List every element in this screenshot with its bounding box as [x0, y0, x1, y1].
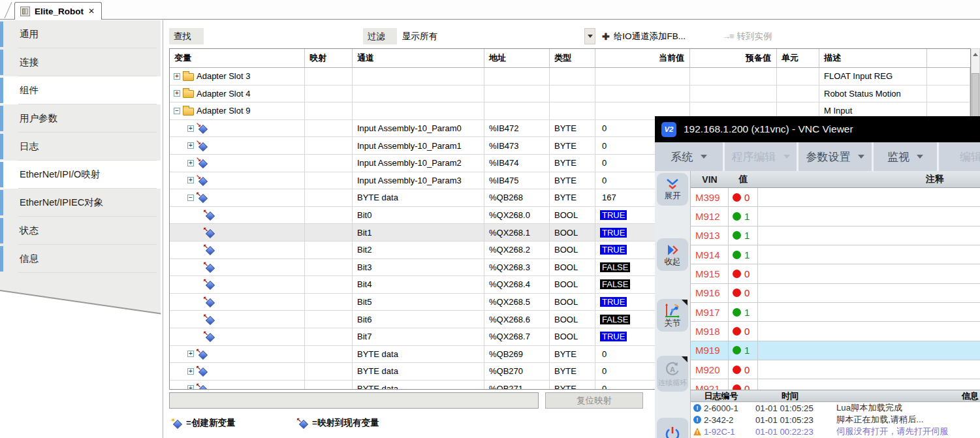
robot-joint-icon — [664, 303, 681, 319]
sidebar-item-label: EtherNet/IPI/O映射 — [20, 168, 100, 181]
expand-toggle[interactable] — [174, 108, 180, 114]
joint-button[interactable]: 关节 — [657, 299, 688, 332]
filter-dropdown[interactable]: 显示所有 — [397, 28, 584, 44]
vin-row[interactable]: M916 0 — [691, 284, 980, 303]
menu-system[interactable]: 系统 — [655, 142, 723, 171]
sidebar-item[interactable]: 日志 — [0, 133, 161, 161]
expand-toggle[interactable] — [187, 385, 194, 389]
vin-row[interactable]: M918 0 — [691, 322, 980, 341]
column-header-description[interactable]: 描述 — [819, 49, 927, 67]
create-new-variable-icon — [171, 418, 182, 428]
sidebar-item[interactable]: 状态 — [0, 217, 161, 245]
collapse-button[interactable]: 收起 — [657, 238, 688, 271]
sidebar-item[interactable]: 通用 — [0, 20, 161, 48]
vin-row[interactable]: M399 0 — [691, 188, 980, 207]
sidebar-item[interactable]: 连接 — [0, 48, 161, 76]
vin-value-cell: 1 — [729, 245, 758, 264]
expand-toggle[interactable] — [174, 90, 180, 97]
expand-toggle[interactable] — [187, 195, 194, 201]
prepared-value-cell[interactable] — [690, 86, 777, 103]
expand-toggle[interactable] — [187, 160, 194, 166]
chevron-down-icon — [588, 35, 593, 38]
vin-row[interactable]: M912 1 — [691, 207, 980, 226]
add-fb-button[interactable]: ✚ 给IO通道添加FB... — [602, 28, 686, 44]
value-number: 1 — [744, 307, 750, 318]
sidebar-item-label: 用户参数 — [20, 112, 57, 125]
filter-dropdown-arrow[interactable] — [584, 28, 595, 44]
column-header-prepared-value[interactable]: 预备值 — [690, 49, 777, 67]
spacer-cell — [927, 68, 970, 86]
log-message: 脚本正在加载,请稍后... — [829, 414, 980, 426]
log-row[interactable]: 1-92C-1 01-01 00:22:23 伺服没有打开，请先打开伺服 — [691, 426, 980, 437]
vin-row[interactable]: M917 1 — [691, 303, 980, 322]
continuous-loop-button[interactable]: A 连续循环 — [657, 356, 688, 392]
tab-close-icon[interactable]: ✕ — [88, 7, 95, 16]
menu-program-edit[interactable]: 程序编辑 — [725, 142, 797, 171]
column-header-type[interactable]: 类型 — [550, 49, 595, 67]
row-icon — [183, 90, 194, 98]
io-table-header: 变量 映射 通道 地址 类型 当前值 预备值 单元 描述 — [170, 49, 970, 68]
chevron-down-icon — [917, 155, 923, 159]
auto-loop-icon: A — [664, 361, 681, 378]
address-cell: %IB472 — [484, 120, 550, 138]
reset-mapping-button[interactable]: 复位映射 — [545, 392, 643, 409]
prepared-value-cell[interactable] — [690, 68, 777, 86]
column-header-mapping[interactable]: 映射 — [305, 49, 353, 67]
table-row[interactable]: Adapter Slot 4 Robot Status Motion — [170, 86, 970, 103]
scroll-up-icon[interactable] — [972, 49, 979, 60]
log-row[interactable]: 2-6000-1 01-01 01:05:25 Lua脚本加载完成 — [691, 402, 980, 414]
expand-toggle[interactable] — [174, 73, 180, 80]
column-header-unit[interactable]: 单元 — [777, 49, 819, 67]
device-page-sidebar: 通用 连接 组件 用户参数 日志 EtherNet/IPI/O映射 Ethe — [0, 20, 161, 289]
column-header-variable[interactable]: 变量 — [170, 49, 305, 67]
vin-row[interactable]: M919 1 — [691, 341, 980, 360]
value-badge: 0 — [600, 123, 609, 133]
value-number: 0 — [744, 326, 750, 337]
sidebar-item[interactable]: EtherNet/IPIEC对象 — [0, 189, 161, 217]
spacer-cell — [927, 86, 970, 103]
type-cell: BOOL — [550, 276, 595, 294]
expand-toggle[interactable] — [187, 142, 194, 149]
vin-id: M920 — [691, 360, 729, 379]
column-header-address[interactable]: 地址 — [484, 49, 550, 67]
column-header-channel[interactable]: 通道 — [353, 49, 484, 67]
mapping-cell — [305, 276, 353, 294]
sidebar-item[interactable]: 信息 — [0, 245, 161, 273]
log-severity-icon — [693, 404, 701, 412]
vin-row[interactable]: M915 0 — [691, 264, 980, 283]
expand-toggle[interactable] — [187, 351, 194, 357]
menu-monitor[interactable]: 监视 — [874, 142, 937, 171]
vin-id: M919 — [691, 341, 729, 360]
value-badge: TRUE — [600, 245, 627, 255]
vnc-titlebar[interactable]: V2 192.168.1.200 (x11vnc) - VNC Viewer — [655, 116, 980, 142]
find-input[interactable] — [204, 28, 362, 44]
menu-edit[interactable]: 编辑按 — [939, 142, 980, 171]
vin-row[interactable]: M913 1 — [691, 227, 980, 245]
expand-toggle[interactable] — [187, 125, 194, 132]
sidebar-item[interactable]: EtherNet/IPI/O映射 — [0, 161, 161, 189]
value-badge: TRUE — [600, 297, 627, 307]
legend-map-existing: =映射到现有变量 — [297, 416, 379, 430]
column-header-current-value[interactable]: 当前值 — [595, 49, 690, 67]
log-time: 01-01 01:05:25 — [751, 403, 829, 413]
vin-row[interactable]: M920 0 — [691, 360, 980, 379]
menu-parameter-settings[interactable]: 参数设置 — [798, 142, 872, 171]
sidebar-item[interactable]: 组件 — [0, 76, 161, 104]
vin-row[interactable]: M921 0 — [691, 379, 980, 390]
vin-value-cell: 0 — [729, 264, 758, 283]
expand-button[interactable]: 展开 — [657, 173, 688, 206]
table-row[interactable]: Adapter Slot 3 FLOAT Input REG — [170, 68, 970, 86]
expand-toggle[interactable] — [187, 368, 194, 375]
expand-toggle[interactable] — [187, 177, 194, 183]
log-row[interactable]: 2-342-2 01-01 01:05:23 脚本正在加载,请稍后... — [691, 414, 980, 426]
log-message: Lua脚本加载完成 — [829, 402, 980, 414]
vin-id: M915 — [691, 264, 729, 283]
vin-comment — [758, 227, 980, 245]
vin-row[interactable]: M914 1 — [691, 245, 980, 264]
goto-instance-button[interactable]: →≡ 转到实例 — [722, 28, 772, 44]
tab-elite-robot[interactable]: Elite_Robot ✕ — [14, 2, 102, 20]
power-button[interactable] — [657, 418, 688, 438]
address-cell: %QX268.5 — [484, 294, 550, 311]
type-cell — [550, 86, 595, 103]
sidebar-item[interactable]: 用户参数 — [0, 104, 161, 133]
